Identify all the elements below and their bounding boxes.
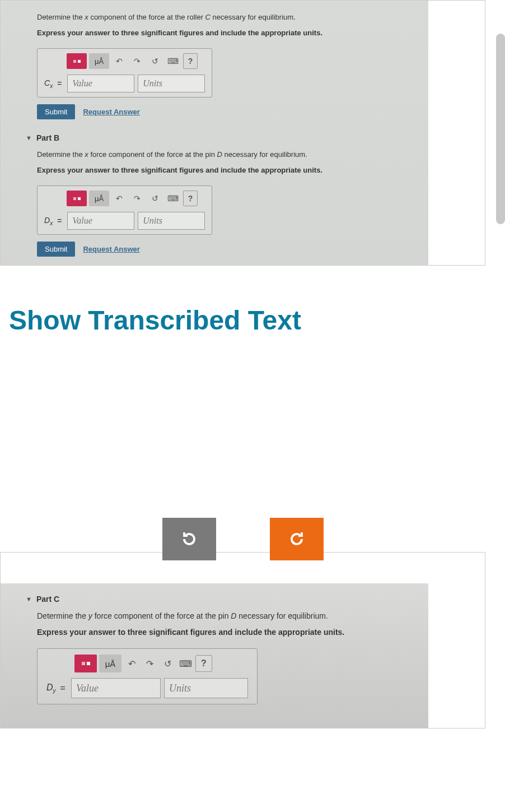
collapse-icon[interactable]: ▼ <box>26 134 32 141</box>
rotate-left-button[interactable] <box>162 518 216 560</box>
undo-icon[interactable]: ↶ <box>111 53 127 69</box>
part-b-var-label: Dx <box>44 216 53 226</box>
scrollbar-track[interactable] <box>496 34 505 224</box>
part-c-answer-box: μÅ ↶ ↷ ↺ ⌨ ? Dy = <box>37 648 258 704</box>
part-b-answer-box: μÅ ↶ ↷ ↺ ⌨ ? Dx = <box>37 185 212 235</box>
equals-sign: = <box>57 216 62 225</box>
part-a-request-answer-link[interactable]: Request Answer <box>83 108 139 116</box>
part-a-prompt: Determine the x component of the force a… <box>37 12 412 23</box>
part-c-prompt: Determine the y force component of the f… <box>37 610 412 622</box>
undo-icon[interactable]: ↶ <box>124 656 139 671</box>
units-button[interactable]: μÅ <box>99 655 121 672</box>
part-b-input-row: Dx = <box>44 212 205 230</box>
redo-icon[interactable]: ↷ <box>129 191 145 206</box>
part-c-var-label: Dy <box>46 683 56 694</box>
equals-sign: = <box>60 683 66 693</box>
keyboard-icon[interactable]: ⌨ <box>177 656 193 671</box>
rotate-cw-icon <box>287 529 307 549</box>
help-icon[interactable]: ? <box>195 655 212 672</box>
fraction-template-icon[interactable] <box>74 655 97 672</box>
part-b-request-answer-link[interactable]: Request Answer <box>83 245 139 253</box>
part-a-instructions: Express your answer to three significant… <box>37 27 412 39</box>
rotate-right-button[interactable] <box>270 518 324 560</box>
part-b-submit-button[interactable]: Submit <box>37 242 75 257</box>
part-b-units-input[interactable] <box>138 212 205 230</box>
reset-icon[interactable]: ↺ <box>147 191 163 206</box>
units-button[interactable]: μÅ <box>89 53 109 69</box>
part-b-toolbar: μÅ ↶ ↷ ↺ ⌨ ? <box>67 191 205 206</box>
part-c-header: ▼ Part C <box>26 595 412 604</box>
screenshot-section-1: Determine the x component of the force a… <box>0 0 485 266</box>
part-b-value-input[interactable] <box>67 212 134 230</box>
part-b-instructions: Express your answer to three significant… <box>37 165 412 176</box>
screenshot-section-2: ▼ Part C Determine the y force component… <box>0 552 485 729</box>
collapse-icon[interactable]: ▼ <box>26 596 32 602</box>
part-a-submit-button[interactable]: Submit <box>37 104 75 119</box>
part-b-actions: Submit Request Answer <box>37 242 412 257</box>
units-button[interactable]: μÅ <box>89 191 109 206</box>
redo-icon[interactable]: ↷ <box>142 656 157 671</box>
part-a-units-input[interactable] <box>138 75 205 92</box>
reset-icon[interactable]: ↺ <box>147 53 163 69</box>
equals-sign: = <box>57 79 62 88</box>
keyboard-icon[interactable]: ⌨ <box>165 53 181 69</box>
part-a-var-label: Cx <box>44 78 53 89</box>
fraction-template-icon[interactable] <box>67 53 87 69</box>
redo-icon[interactable]: ↷ <box>129 53 145 69</box>
part-b-header: ▼ Part B <box>26 133 412 142</box>
part-a-answer-box: μÅ ↶ ↷ ↺ ⌨ ? Cx = <box>37 48 212 98</box>
part-c-value-input[interactable] <box>71 678 161 698</box>
reset-icon[interactable]: ↺ <box>160 656 175 671</box>
part-a-value-input[interactable] <box>67 75 134 92</box>
keyboard-icon[interactable]: ⌨ <box>165 191 181 206</box>
help-icon[interactable]: ? <box>183 53 198 69</box>
part-a-actions: Submit Request Answer <box>37 104 412 119</box>
fraction-template-icon[interactable] <box>67 191 87 206</box>
part-a-input-row: Cx = <box>44 75 205 92</box>
rotate-ccw-icon <box>179 529 199 549</box>
rotate-buttons-row <box>0 518 485 560</box>
undo-icon[interactable]: ↶ <box>111 191 127 206</box>
part-b-prompt: Determine the x force component of the f… <box>37 149 412 160</box>
part-c-instructions: Express your answer to three significant… <box>37 627 412 638</box>
part-a-toolbar: μÅ ↶ ↷ ↺ ⌨ ? <box>67 53 205 69</box>
show-transcribed-heading: Show Transcribed Text <box>0 288 485 352</box>
part-c-toolbar: μÅ ↶ ↷ ↺ ⌨ ? <box>74 655 248 672</box>
help-icon[interactable]: ? <box>183 191 198 206</box>
part-c-input-row: Dy = <box>46 678 248 698</box>
part-c-units-input[interactable] <box>164 678 248 698</box>
